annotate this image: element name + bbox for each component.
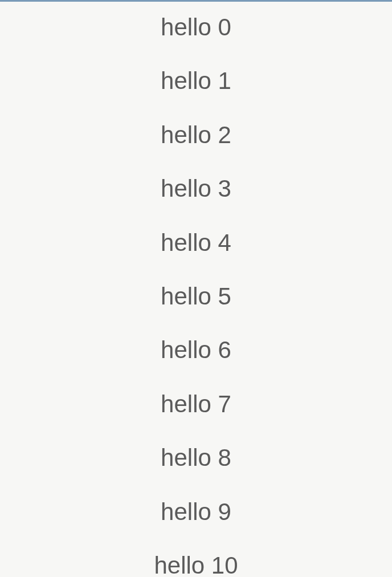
list-item: hello 10 [154,551,238,577]
list-item: hello 0 [161,13,231,42]
list-item: hello 9 [161,498,231,526]
list-item: hello 6 [161,336,231,364]
list-item: hello 8 [161,444,231,472]
list-container: hello 0 hello 1 hello 2 hello 3 hello 4 … [0,2,392,577]
list-item: hello 7 [161,390,231,418]
list-item: hello 4 [161,229,231,257]
list-item: hello 3 [161,174,231,203]
list-item: hello 1 [161,67,231,95]
list-item: hello 5 [161,282,231,311]
list-item: hello 2 [161,121,231,149]
